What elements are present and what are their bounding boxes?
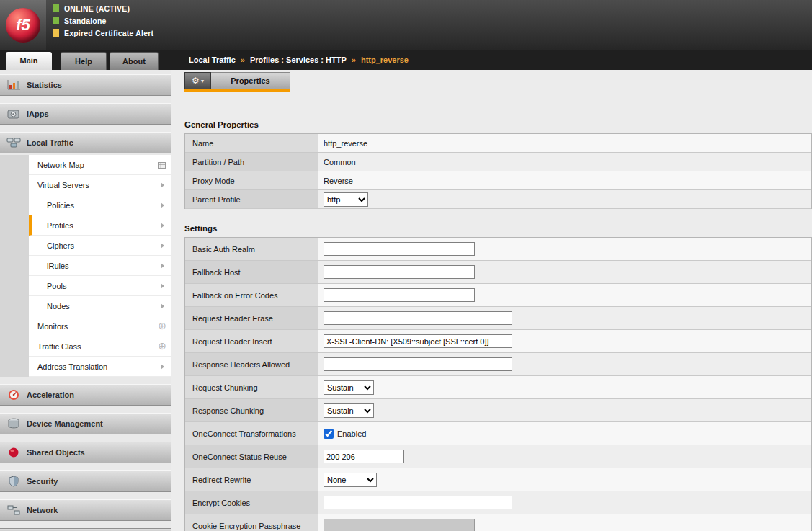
sidebar-item-ciphers[interactable]: Ciphers (29, 236, 171, 256)
row-value (318, 261, 811, 283)
sidebar-item-traffic-class[interactable]: Traffic Class⊕ (29, 336, 171, 357)
fallback-host-input[interactable] (324, 265, 475, 279)
table-row-oneconnect-status-reuse: OneConnect Status Reuse (185, 445, 811, 468)
expand-arrow-icon[interactable] (161, 303, 164, 309)
row-value: http (318, 190, 811, 208)
tab-properties[interactable]: Properties (211, 72, 290, 89)
redirect-rewrite-select[interactable]: None (324, 473, 377, 487)
parent-profile-select[interactable]: http (324, 192, 368, 207)
sidebar-item-address-translation[interactable]: Address Translation (29, 357, 171, 377)
table-row-proxy-mode: Proxy ModeReverse (185, 171, 811, 190)
static-value-partition-path: Common (324, 158, 356, 166)
sidebar-item-label: Profiles (47, 221, 73, 230)
row-value (318, 307, 811, 329)
sidebar-section-label: Acceleration (27, 391, 74, 399)
expand-arrow-icon[interactable] (161, 243, 164, 249)
response-headers-allowed-input[interactable] (324, 357, 512, 371)
response-chunking-select[interactable]: Sustain (324, 403, 374, 418)
status-indicator-icon (53, 29, 59, 37)
status-row-expired-certificate-alert: Expired Certificate Alert (53, 27, 153, 39)
statistics-icon (4, 79, 23, 91)
sidebar-item-label: Address Translation (37, 362, 107, 371)
sidebar-item-profiles[interactable]: Profiles (29, 215, 171, 236)
sidebar-section-device-management[interactable]: Device Management (0, 413, 171, 434)
sidebar-item-irules[interactable]: iRules (29, 256, 171, 276)
breadcrumb-item-profiles-services-http[interactable]: Profiles : Services : HTTP (250, 55, 347, 64)
sidebar-section-network[interactable]: Network (0, 499, 171, 521)
status-row-standalone: Standalone (53, 14, 153, 27)
row-label: Request Header Erase (185, 307, 318, 329)
breadcrumb-item-http-reverse[interactable]: http_reverse (361, 55, 409, 64)
cookie-encryption-passphrase-input[interactable] (324, 519, 475, 531)
row-label: OneConnect Status Reuse (185, 445, 318, 468)
sidebar-section-iapps[interactable]: iApps (0, 103, 171, 125)
expand-arrow-icon[interactable] (161, 182, 164, 188)
request-header-erase-input[interactable] (324, 311, 512, 325)
row-value (318, 353, 811, 375)
f5-logo-ball: f5 (6, 8, 40, 43)
breadcrumb-item-local-traffic[interactable]: Local Traffic (189, 55, 236, 64)
row-value: Reverse (318, 171, 811, 189)
add-plus-icon[interactable]: ⊕ (158, 341, 166, 351)
basic-auth-realm-input[interactable] (324, 242, 475, 256)
content-tabstrip: ⚙▾ Properties (184, 72, 812, 92)
table-row-request-chunking: Request ChunkingSustain (185, 376, 811, 399)
sidebar-item-label: Virtual Servers (37, 181, 89, 189)
sidebar-item-label: iRules (47, 262, 69, 270)
nav-bar: MainHelpAbout Local Traffic»Profiles : S… (0, 50, 812, 70)
row-value (318, 445, 811, 468)
sidebar-item-nodes[interactable]: Nodes (29, 296, 171, 316)
bigip-app-window: f5 ONLINE (ACTIVE)StandaloneExpired Cert… (0, 0, 812, 531)
sidebar-item-pools[interactable]: Pools (29, 276, 171, 296)
sidebar-section-local-traffic[interactable]: Local Traffic (0, 132, 171, 153)
expand-arrow-icon[interactable] (161, 283, 164, 289)
table-row-basic-auth-realm: Basic Auth Realm (185, 238, 811, 261)
iapps-icon (4, 108, 23, 120)
fallback-on-error-codes-input[interactable] (324, 288, 475, 302)
row-value: Sustain (318, 399, 811, 421)
sidebar-item-monitors[interactable]: Monitors⊕ (29, 316, 171, 336)
table-row-request-header-erase: Request Header Erase (185, 307, 811, 330)
sidebar-item-network-map[interactable]: Network Map (29, 155, 171, 175)
active-tab-underline (184, 89, 290, 92)
sidebar-section-label: Statistics (27, 81, 62, 89)
sidebar-section-label: Network (27, 506, 58, 514)
sidebar-item-label: Nodes (47, 302, 70, 311)
sidebar-item-virtual-servers[interactable]: Virtual Servers (29, 175, 171, 195)
sidebar-section-acceleration[interactable]: Acceleration (0, 384, 171, 406)
sidebar-item-label: Policies (47, 201, 74, 210)
row-label: Response Headers Allowed (185, 353, 318, 375)
oneconnect-status-reuse-input[interactable] (324, 450, 404, 463)
sidebar-section-statistics[interactable]: Statistics (0, 74, 171, 96)
status-indicator-icon (53, 17, 59, 24)
table-row-cookie-encryption-passphrase: Cookie Encryption Passphrase (185, 514, 811, 531)
tab-main[interactable]: Main (6, 52, 52, 70)
add-plus-icon[interactable]: ⊕ (158, 321, 166, 331)
tab-about[interactable]: About (110, 52, 159, 70)
options-gear-button[interactable]: ⚙▾ (184, 72, 211, 89)
sidebar-section-security[interactable]: Security (0, 470, 171, 492)
acceleration-icon (4, 389, 23, 401)
status-indicator-icon (53, 4, 59, 12)
sidebar-section-shared-objects[interactable]: Shared Objects (0, 442, 171, 463)
request-chunking-select[interactable]: Sustain (324, 380, 374, 395)
oneconnect-transformations-checkbox[interactable] (324, 429, 334, 439)
table-row-response-headers-allowed: Response Headers Allowed (185, 353, 811, 376)
sidebar-section-label: Local Traffic (27, 138, 73, 147)
breadcrumb-separator: » (352, 55, 356, 64)
network-icon (4, 504, 23, 516)
expand-arrow-icon[interactable] (161, 202, 164, 208)
status-row-online-active: ONLINE (ACTIVE) (53, 2, 153, 14)
tab-help[interactable]: Help (61, 52, 107, 70)
chevron-down-icon: ▾ (201, 78, 204, 84)
expand-arrow-icon[interactable] (161, 223, 164, 228)
encrypt-cookies-input[interactable] (324, 496, 512, 509)
top-banner: f5 ONLINE (ACTIVE)StandaloneExpired Cert… (0, 0, 812, 50)
f5-logo[interactable]: f5 (0, 0, 46, 50)
row-value: Enabled (318, 422, 811, 445)
sidebar-item-policies[interactable]: Policies (29, 195, 171, 215)
expand-arrow-icon[interactable] (161, 364, 164, 370)
request-header-insert-input[interactable] (324, 334, 512, 348)
table-row-fallback-host: Fallback Host (185, 261, 811, 284)
expand-arrow-icon[interactable] (161, 263, 164, 269)
